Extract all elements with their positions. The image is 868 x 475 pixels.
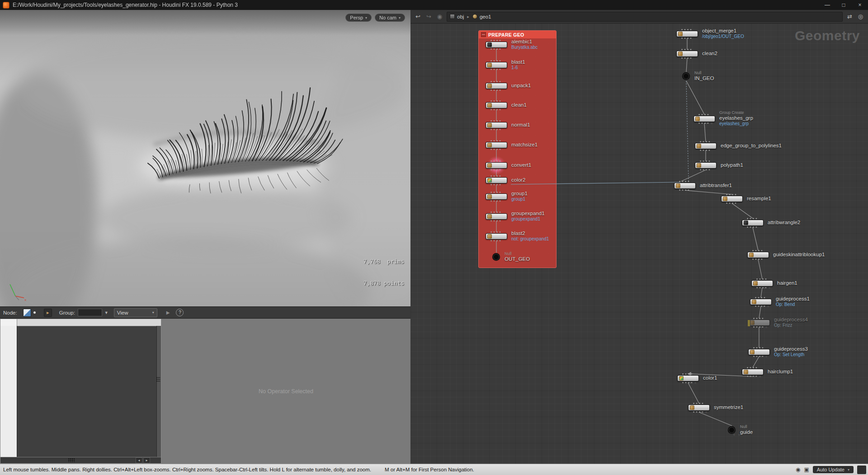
null-node-shape[interactable] bbox=[683, 73, 689, 80]
nav-back-button[interactable]: ↩ bbox=[414, 13, 422, 20]
node-flags[interactable]: ○ ○ bbox=[760, 355, 769, 358]
breadcrumb-obj[interactable]: obj bbox=[450, 14, 464, 19]
axis-gizmo[interactable]: x bbox=[5, 281, 26, 302]
null-node-shape[interactable] bbox=[728, 427, 735, 433]
node-body[interactable] bbox=[486, 177, 507, 183]
node-outputs[interactable] bbox=[491, 48, 502, 50]
network-overview-icon[interactable]: ⇄ bbox=[846, 13, 854, 20]
corner-grip[interactable] bbox=[857, 466, 866, 474]
node-flags[interactable]: ○ ○ bbox=[733, 433, 741, 436]
node-inputs[interactable] bbox=[491, 175, 502, 177]
nav-forward-button[interactable]: ↪ bbox=[425, 13, 433, 20]
help-icon[interactable]: ? bbox=[176, 309, 184, 316]
node-body[interactable] bbox=[486, 213, 507, 220]
node-body[interactable] bbox=[748, 349, 770, 355]
message-log-icon[interactable]: ▣ bbox=[804, 466, 809, 473]
node-outputs[interactable] bbox=[700, 150, 712, 151]
node-body[interactable] bbox=[693, 116, 715, 122]
node-hairclump1[interactable]: hairclump1○ ○ bbox=[742, 368, 764, 376]
node-unpack1[interactable]: unpack1 bbox=[486, 82, 507, 89]
node-matchsize1[interactable]: matchsize1 bbox=[486, 141, 507, 149]
node-outputs[interactable] bbox=[491, 169, 502, 170]
node-group1[interactable]: group1group1 bbox=[486, 193, 507, 200]
node-convert1[interactable]: convert1 bbox=[486, 162, 507, 169]
node-outputs[interactable] bbox=[491, 129, 502, 130]
node-flags[interactable]: ○ ○ bbox=[706, 122, 714, 125]
node-inputs[interactable] bbox=[698, 114, 710, 115]
node-outputs[interactable] bbox=[491, 220, 502, 221]
node-body[interactable] bbox=[486, 42, 507, 48]
node-outputs[interactable] bbox=[491, 69, 502, 70]
node-attribwrangle2[interactable]: attribwrangle2 bbox=[742, 219, 764, 226]
network-editor[interactable]: ↩ ↪ ◉ obj ▸ geo1 ⇄ ◎ Geometry — PREPARE … bbox=[410, 10, 868, 475]
node-inputs[interactable] bbox=[491, 40, 502, 41]
view-menu[interactable]: View ▾ bbox=[114, 308, 157, 317]
node-normal1[interactable]: normal1 bbox=[486, 122, 507, 129]
node-flags[interactable]: ○ ○ bbox=[689, 381, 698, 384]
node-inputs[interactable] bbox=[682, 373, 694, 375]
node-inputs[interactable] bbox=[491, 231, 502, 233]
node-inputs[interactable] bbox=[700, 160, 712, 162]
node-outputs[interactable] bbox=[491, 240, 502, 241]
maximize-button[interactable]: □ bbox=[835, 0, 852, 10]
play-icon[interactable]: ▶ bbox=[166, 310, 170, 315]
node-alembic1[interactable]: alembic1Buryatka.abc bbox=[486, 41, 507, 48]
scroll-left-button[interactable]: ◂ bbox=[136, 457, 142, 463]
filter-funnel-icon[interactable]: ▼ bbox=[104, 310, 108, 315]
perspective-menu[interactable]: Persp ▾ bbox=[345, 14, 372, 22]
node-inputs[interactable] bbox=[491, 100, 502, 102]
node-body[interactable] bbox=[486, 102, 507, 108]
scroll-right-button[interactable]: ▸ bbox=[143, 457, 150, 463]
node-IN_GEO[interactable]: NullIN_GEO bbox=[675, 73, 697, 80]
node-inputs[interactable] bbox=[491, 120, 502, 122]
node-body[interactable] bbox=[721, 196, 743, 202]
pane-splitter-handle[interactable] bbox=[68, 458, 75, 462]
select-cursor-icon[interactable]: ► bbox=[44, 309, 52, 317]
node-body[interactable] bbox=[676, 31, 698, 37]
node-outputs[interactable] bbox=[491, 184, 502, 185]
node-inputs[interactable] bbox=[747, 367, 759, 368]
node-inputs[interactable] bbox=[491, 140, 502, 141]
node-outputs[interactable] bbox=[700, 169, 712, 170]
pin-icon[interactable]: ◉ bbox=[436, 13, 443, 20]
node-body[interactable] bbox=[486, 83, 507, 89]
node-guideprocess3[interactable]: guideprocess3Op: Set Length○ ○ bbox=[748, 348, 770, 356]
node-outputs[interactable] bbox=[681, 38, 693, 39]
node-inputs[interactable] bbox=[693, 403, 705, 404]
node-inputs[interactable] bbox=[753, 318, 765, 319]
bypass-flag[interactable] bbox=[747, 320, 750, 327]
node-resample1[interactable]: resample1 bbox=[721, 195, 743, 202]
horizontal-scrollbar[interactable]: ◂ ▸ bbox=[0, 457, 161, 463]
node-body[interactable] bbox=[742, 220, 764, 226]
node-body[interactable] bbox=[748, 320, 770, 326]
node-symmetrize1[interactable]: symmetrize1○ ○ bbox=[688, 404, 710, 411]
auto-update-menu[interactable]: Auto Update ▾ bbox=[813, 466, 854, 473]
node-edge_group_to_polylines1[interactable]: edge_group_to_polylines1 bbox=[695, 142, 717, 150]
node-eyelashes_grp[interactable]: Group Createeyelashes_grpeyelashes_grp○ … bbox=[693, 115, 715, 122]
node-inputs[interactable] bbox=[679, 181, 691, 182]
node-body[interactable] bbox=[695, 143, 717, 149]
node-inputs[interactable] bbox=[753, 347, 765, 348]
node-inputs[interactable] bbox=[726, 194, 738, 195]
node-object_merge1[interactable]: object_merge1/obj/geo1/OUT_GEO bbox=[676, 30, 698, 38]
node-body[interactable] bbox=[486, 142, 507, 148]
node-outputs[interactable] bbox=[491, 200, 502, 202]
node-polypath1[interactable]: polypath1 bbox=[695, 162, 717, 169]
close-button[interactable]: × bbox=[852, 0, 868, 10]
node-outputs[interactable] bbox=[752, 259, 764, 260]
node-body[interactable] bbox=[486, 122, 507, 128]
node-body[interactable] bbox=[486, 193, 507, 200]
node-body[interactable] bbox=[742, 369, 764, 375]
node-guideprocess1[interactable]: guideprocess1Op: Bend○ ○ bbox=[750, 298, 772, 306]
node-outputs[interactable] bbox=[679, 189, 691, 191]
node-OUT_GEO[interactable]: NullOUT_GEO bbox=[486, 254, 507, 261]
pin-network-icon[interactable]: ◎ bbox=[857, 13, 864, 20]
breadcrumb-geo1[interactable]: geo1 bbox=[472, 14, 491, 19]
parameter-tree-panel[interactable]: ◂ ▸ bbox=[0, 319, 161, 464]
node-flags[interactable]: ○ ○ bbox=[754, 375, 762, 378]
node-groupexpand1[interactable]: groupexpand1groupexpand1 bbox=[486, 213, 507, 220]
node-outputs[interactable] bbox=[491, 149, 502, 150]
node-color1[interactable]: color1○ ○ bbox=[677, 375, 699, 382]
node-blast2[interactable]: blast2not: groupexpand1 bbox=[486, 233, 507, 240]
node-blast1[interactable]: blast11-6 bbox=[486, 61, 507, 69]
